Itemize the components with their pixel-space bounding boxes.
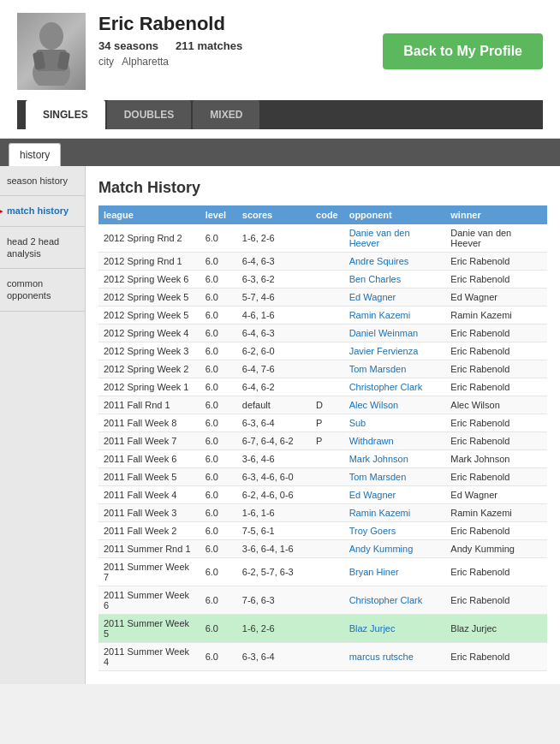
sidebar-match-history-label: match history <box>7 205 69 216</box>
cell-winner: Eric Rabenold <box>445 558 547 586</box>
cell-winner: Danie van den Heever <box>445 224 547 253</box>
cell-opponent[interactable]: Andre Squires <box>344 253 446 271</box>
cell-scores: 7-6, 6-3 <box>237 586 311 615</box>
cell-code <box>311 224 344 253</box>
sidebar-item-common-opponents[interactable]: common opponents <box>0 269 85 312</box>
profile-header: Eric Rabenold 34 seasons 211 matches cit… <box>0 0 560 139</box>
cell-opponent[interactable]: Danie van den Heever <box>344 224 446 253</box>
cell-scores: 6-4, 7-6 <box>237 360 311 378</box>
seasons-stat: 34 seasons <box>98 39 158 52</box>
cell-code <box>311 643 344 671</box>
sidebar-item-head2head[interactable]: head 2 head analysis <box>0 227 85 270</box>
cell-opponent[interactable]: Javier Fervienza <box>344 342 446 360</box>
svg-point-0 <box>39 22 63 50</box>
cell-opponent[interactable]: Ben Charles <box>344 271 446 289</box>
cell-opponent[interactable]: Mark Johnson <box>344 450 446 468</box>
table-row: 2011 Summer Week 7 6.0 6-2, 5-7, 6-3 Bry… <box>98 558 547 586</box>
tab-doubles[interactable]: DOUBLES <box>107 100 192 129</box>
cell-opponent[interactable]: Troy Goers <box>344 522 446 540</box>
cell-level: 6.0 <box>200 586 237 615</box>
cell-code <box>311 486 344 504</box>
matches-value: 211 matches <box>176 39 242 52</box>
cell-opponent[interactable]: Tom Marsden <box>344 468 446 486</box>
cell-opponent[interactable]: Ed Wagner <box>344 289 446 307</box>
cell-code <box>311 253 344 271</box>
cell-opponent[interactable]: Ed Wagner <box>344 486 446 504</box>
cell-opponent[interactable]: Ramin Kazemi <box>344 504 446 522</box>
table-row: 2011 Fall Week 5 6.0 6-3, 4-6, 6-0 Tom M… <box>98 468 547 486</box>
cell-opponent[interactable]: marcus rutsche <box>344 643 446 671</box>
cell-opponent[interactable]: Alec Wilson <box>344 396 446 414</box>
cell-league: 2011 Fall Week 6 <box>98 450 200 468</box>
cell-winner: Eric Rabenold <box>445 414 547 432</box>
match-table: league level scores code opponent winner… <box>98 205 547 671</box>
cell-league: 2011 Summer Rnd 1 <box>98 540 200 558</box>
cell-code <box>311 586 344 615</box>
cell-code <box>311 307 344 324</box>
cell-league: 2012 Spring Rnd 2 <box>98 224 200 253</box>
table-row: 2011 Summer Week 5 6.0 1-6, 2-6 Blaz Jur… <box>98 615 547 643</box>
sidebar-item-season-history[interactable]: season history <box>0 166 85 196</box>
cell-league: 2012 Spring Week 6 <box>98 271 200 289</box>
cell-scores: 6-2, 4-6, 0-6 <box>237 486 311 504</box>
cell-winner: Mark Johnson <box>445 450 547 468</box>
cell-code: P <box>311 414 344 432</box>
cell-level: 6.0 <box>200 522 237 540</box>
header-opponent: opponent <box>344 205 446 224</box>
cell-opponent[interactable]: Christopher Clark <box>344 378 446 396</box>
cell-opponent[interactable]: Tom Marsden <box>344 360 446 378</box>
sidebar-arrow-icon: ▶ <box>0 203 3 218</box>
cell-level: 6.0 <box>200 468 237 486</box>
city-value: Alpharetta <box>122 56 169 68</box>
content-area: Match History league level scores code o… <box>86 166 560 684</box>
cell-level: 6.0 <box>200 643 237 671</box>
cell-league: 2011 Summer Week 4 <box>98 643 200 671</box>
tab-mixed[interactable]: MIXED <box>193 100 259 129</box>
table-row: 2012 Spring Week 6 6.0 6-3, 6-2 Ben Char… <box>98 271 547 289</box>
cell-opponent[interactable]: Ramin Kazemi <box>344 307 446 324</box>
cell-level: 6.0 <box>200 615 237 643</box>
cell-opponent[interactable]: Christopher Clark <box>344 586 446 615</box>
cell-league: 2012 Spring Week 5 <box>98 307 200 324</box>
cell-league: 2011 Fall Rnd 1 <box>98 396 200 414</box>
cell-level: 6.0 <box>200 360 237 378</box>
cell-opponent: Sub <box>344 414 446 432</box>
table-row: 2012 Spring Rnd 1 6.0 6-4, 6-3 Andre Squ… <box>98 253 547 271</box>
cell-opponent[interactable]: Bryan Hiner <box>344 558 446 586</box>
cell-winner: Eric Rabenold <box>445 324 547 342</box>
table-row: 2011 Fall Week 4 6.0 6-2, 4-6, 0-6 Ed Wa… <box>98 486 547 504</box>
cell-code <box>311 342 344 360</box>
cell-winner: Blaz Jurjec <box>445 615 547 643</box>
avatar <box>17 13 86 90</box>
cell-winner: Eric Rabenold <box>445 378 547 396</box>
sub-tab-history[interactable]: history <box>9 143 61 166</box>
table-row: 2012 Spring Rnd 2 6.0 1-6, 2-6 Danie van… <box>98 224 547 253</box>
cell-league: 2011 Summer Week 7 <box>98 558 200 586</box>
table-header-row: league level scores code opponent winner <box>98 205 547 224</box>
cell-league: 2011 Fall Week 7 <box>98 432 200 450</box>
cell-scores: 6-4, 6-2 <box>237 378 311 396</box>
cell-scores: 6-3, 6-4 <box>237 414 311 432</box>
cell-code <box>311 615 344 643</box>
table-row: 2012 Spring Week 1 6.0 6-4, 6-2 Christop… <box>98 378 547 396</box>
cell-opponent[interactable]: Daniel Weinman <box>344 324 446 342</box>
cell-scores: 7-5, 6-1 <box>237 522 311 540</box>
cell-winner: Andy Kumming <box>445 540 547 558</box>
table-row: 2011 Summer Rnd 1 6.0 3-6, 6-4, 1-6 Andy… <box>98 540 547 558</box>
table-row: 2011 Fall Rnd 1 6.0 default D Alec Wilso… <box>98 396 547 414</box>
tab-singles[interactable]: SINGLES <box>26 100 105 129</box>
cell-winner: Eric Rabenold <box>445 253 547 271</box>
cell-level: 6.0 <box>200 432 237 450</box>
cell-opponent[interactable]: Andy Kumming <box>344 540 446 558</box>
sidebar-item-match-history[interactable]: ▶ match history <box>0 196 85 226</box>
table-row: 2011 Fall Week 2 6.0 7-5, 6-1 Troy Goers… <box>98 522 547 540</box>
back-to-profile-button[interactable]: Back to My Profile <box>383 33 543 69</box>
cell-code <box>311 468 344 486</box>
table-row: 2012 Spring Week 5 6.0 4-6, 1-6 Ramin Ka… <box>98 307 547 324</box>
cell-opponent[interactable]: Blaz Jurjec <box>344 615 446 643</box>
table-row: 2011 Summer Week 6 6.0 7-6, 6-3 Christop… <box>98 586 547 615</box>
cell-code: D <box>311 396 344 414</box>
cell-level: 6.0 <box>200 378 237 396</box>
cell-scores: 6-4, 6-3 <box>237 253 311 271</box>
cell-league: 2012 Spring Week 5 <box>98 289 200 307</box>
